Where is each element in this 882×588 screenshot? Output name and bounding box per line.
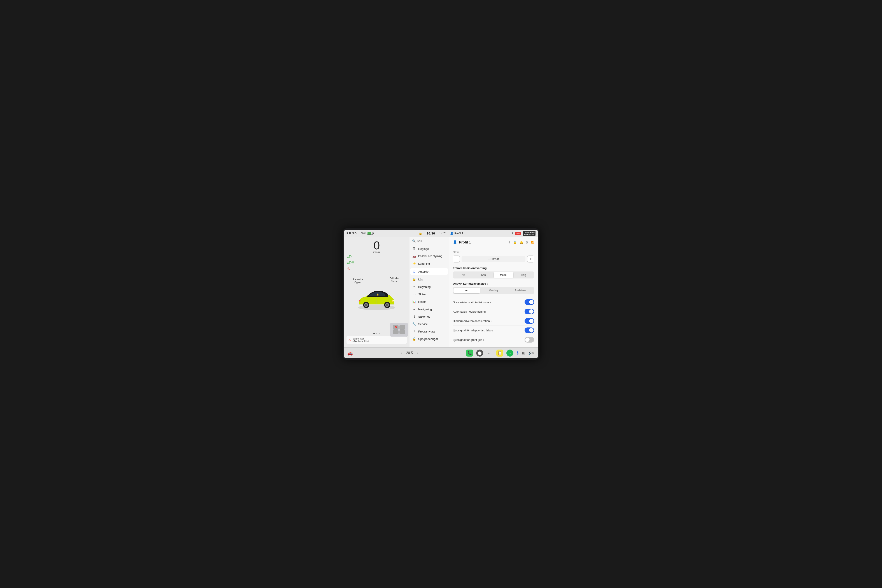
tesla-screen: PRND 66% 🔒 16:36 14°C 👤 Profil 1 ⬇ (343, 228, 539, 360)
menu-item-las[interactable]: 🔒 Lås (410, 276, 448, 283)
toggle-label-1: Styrassistans vid kollisionsfara (453, 301, 525, 304)
car-bottom-icon[interactable]: 🚗 (347, 351, 353, 356)
menu-item-navigering[interactable]: ▲ Navigering (410, 305, 448, 313)
collision-medel-btn[interactable]: Medel (494, 272, 513, 278)
toggle-thumb-4 (529, 328, 534, 333)
svg-text:⚡: ⚡ (391, 300, 394, 303)
toggle-thumb-3 (529, 319, 534, 323)
clock-display: 16:36 (427, 231, 435, 235)
seat-diagram: ! (390, 322, 408, 337)
uppgraderingar-icon: 🔒 (412, 337, 416, 340)
menu-item-skarm[interactable]: ▭ Skärm (410, 291, 448, 298)
toggle-row-2: Automatisk nödbromsning (453, 307, 534, 316)
battery-display: 66% (361, 232, 373, 235)
menu-item-belysning[interactable]: ✦ Belysning (410, 283, 448, 291)
status-bar: PRND 66% 🔒 16:36 14°C 👤 Profil 1 ⬇ (344, 230, 538, 237)
menu-item-uppgraderingar[interactable]: 🔒 Uppgraderingar (410, 335, 448, 343)
collision-title: Främre kollisionsvarning (453, 266, 534, 270)
speed-display: 0 KM/H (346, 240, 407, 254)
offset-control: − +0 km/h + (453, 255, 534, 262)
car-svg: ⚡ 🔓 (355, 285, 399, 313)
lane-info-icon: ℹ (487, 282, 488, 285)
bell-profile-icon[interactable]: 🔔 (519, 241, 523, 244)
search-icon: 🔍 (412, 239, 416, 243)
profile-display: 👤 Profil 1 (450, 232, 463, 235)
lane-title: Undvik körfältsavvikelse ℹ (453, 282, 534, 285)
lane-av-btn[interactable]: Av (453, 288, 480, 293)
lock-profile-icon[interactable]: 🔒 (513, 241, 517, 244)
seatbelt-text: Spänn fast säkerhetsbältet (352, 338, 369, 343)
download-profile-icon[interactable]: ⬇ (508, 241, 511, 244)
temp-arrow-right[interactable]: › (417, 351, 418, 355)
bluetooth-button[interactable]: ᛒ (516, 351, 519, 355)
toggle-thumb-2 (529, 309, 534, 314)
search-placeholder: Sök (417, 239, 422, 243)
spotify-app-button[interactable]: ♪ (506, 350, 513, 357)
svg-point-3 (365, 304, 367, 306)
bt-profile-icon[interactable]: B (526, 241, 528, 244)
battery-fill (368, 232, 371, 234)
media-app-button[interactable]: ⬤ (476, 350, 483, 357)
dot-3 (379, 333, 380, 334)
menu-item-pedaler[interactable]: 🚗 Pedaler och styrning (410, 252, 448, 260)
programvara-icon: ⬇ (412, 330, 416, 333)
pedaler-icon: 🚗 (412, 254, 416, 258)
toggle-4[interactable] (525, 327, 534, 333)
menu-item-sakerhet[interactable]: ℹ Säkerhet (410, 313, 448, 320)
toggle-2[interactable] (525, 309, 534, 314)
toggle-row-3: Hindermedveten acceleration ℹ (453, 316, 534, 326)
toggle-label-2: Automatisk nödbromsning (453, 310, 525, 313)
svg-text:!: ! (395, 327, 396, 328)
menu-item-reglage[interactable]: 🎛 Reglage (410, 245, 448, 252)
notes-app-button[interactable]: 📋 (496, 350, 503, 357)
toggle-5-info-icon: ℹ (483, 338, 484, 341)
collision-section: Främre kollisionsvarning Av Sen Medel Ti… (453, 266, 534, 279)
phone-app-button[interactable]: 📞 (466, 350, 473, 357)
belysning-icon: ✦ (412, 285, 416, 288)
menu-item-resor[interactable]: 📊 Resor (410, 298, 448, 305)
lane-varning-btn[interactable]: Varning (480, 288, 507, 293)
status-right: ⬇ SOS PASSENGERAIRBAG ON (472, 231, 536, 236)
lane-assistans-btn[interactable]: Assistans (507, 288, 534, 293)
menu-item-programvara[interactable]: ⬇ Programvara (410, 328, 448, 335)
collision-av-btn[interactable]: Av (453, 272, 473, 278)
profile-person-icon: 👤 (453, 240, 457, 244)
lock-icon: 🔒 (418, 232, 422, 235)
search-bar[interactable]: 🔍 Sök (410, 237, 448, 245)
laddning-icon: ⚡ (412, 262, 416, 266)
toggle-label-4: Ljudsignal för adaptiv farthållare (453, 329, 525, 332)
toggle-1[interactable] (525, 299, 534, 305)
collision-sen-btn[interactable]: Sen (474, 272, 493, 278)
front-door-label: Framlucka Öppna (352, 278, 363, 284)
menu-item-autopilot[interactable]: ⊙ Autopilot (410, 268, 448, 275)
dot-2 (376, 333, 377, 334)
seat-diagram-svg: ! (392, 324, 406, 335)
bottom-left: 🚗 (347, 351, 353, 356)
collision-tidig-btn[interactable]: Tidig (514, 272, 534, 278)
temp-arrow-left[interactable]: ‹ (401, 351, 402, 355)
toggle-3-info-icon: ℹ (490, 320, 492, 322)
svg-text:🔓: 🔓 (376, 293, 379, 296)
navigering-icon: ▲ (412, 308, 416, 311)
offset-decrease-button[interactable]: − (453, 255, 460, 262)
toggle-5[interactable] (525, 337, 534, 343)
menu-item-laddning[interactable]: ⚡ Laddning (410, 260, 448, 267)
profile-actions: ⬇ 🔒 🔔 B 📶 (508, 241, 534, 244)
reglage-icon: 🎛 (412, 247, 416, 250)
temp-display: 20.5 (406, 351, 413, 355)
las-icon: 🔒 (412, 278, 416, 281)
toggle-3[interactable] (525, 318, 534, 324)
left-panel: 0 KM/H ≡D ≡DΞ ⚠ Framlucka Öppna (344, 237, 410, 347)
menu-item-service[interactable]: 🔧 Service (410, 320, 448, 328)
toggle-row-5: Ljudsignal för grönt ljus ℹ (453, 335, 534, 344)
rear-door-label: Baklucka Öppna (390, 277, 399, 283)
sos-badge: SOS (515, 232, 521, 235)
status-center: 🔒 16:36 14°C 👤 Profil 1 (410, 231, 472, 235)
more-button[interactable]: ··· (486, 350, 493, 357)
camera-button[interactable]: ⊞ (522, 351, 525, 356)
volume-button[interactable]: 🔊✕ (528, 351, 535, 355)
seatbelt-warning: ⚠ Spänn fast säkerhetsbältet (346, 336, 407, 344)
offset-increase-button[interactable]: + (527, 255, 534, 262)
lane-segmented: Av Varning Assistans (453, 287, 534, 294)
speed-value: 0 (346, 240, 407, 251)
